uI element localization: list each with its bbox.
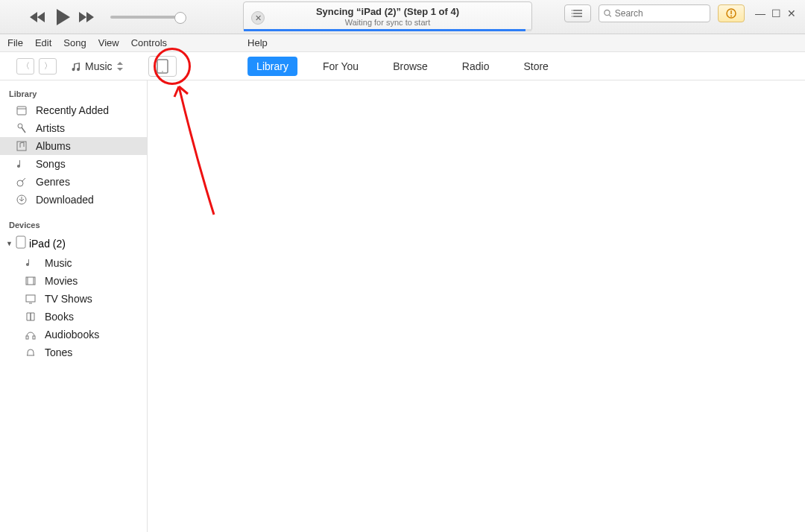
forward-button[interactable]: 〉: [39, 58, 57, 75]
play-button[interactable]: [55, 9, 70, 25]
sidebar-item-label: Artists: [36, 122, 65, 134]
disclosure-triangle-icon[interactable]: ▼: [6, 240, 13, 247]
sidebar-item-label: Movies: [45, 275, 78, 287]
album-icon: [15, 140, 28, 152]
nav-tabs: Library For You Browse Radio Store: [247, 57, 558, 76]
menu-song[interactable]: Song: [63, 37, 86, 48]
search-icon: [604, 9, 612, 18]
nav-row: 〈 〉 Music Library For You Browse Radio S…: [0, 52, 805, 80]
sidebar-item-label: Music: [45, 257, 72, 269]
sidebar-device-ipad[interactable]: ▼ iPad (2): [0, 232, 147, 254]
chevron-updown-icon: [117, 62, 123, 71]
tv-icon: [24, 294, 37, 304]
music-icon: [70, 61, 80, 72]
sync-progress: [244, 29, 531, 31]
menu-controls[interactable]: Controls: [131, 37, 167, 48]
headphones-icon: [24, 329, 37, 340]
sidebar-device-music[interactable]: Music: [0, 254, 147, 272]
note-icon: [24, 258, 37, 268]
status-display: ✕ Syncing “iPad (2)” (Step 1 of 4) Waiti…: [243, 1, 532, 31]
tab-store[interactable]: Store: [514, 57, 557, 76]
sidebar-item-artists[interactable]: Artists: [0, 119, 147, 137]
window-controls: — ☐ ✕: [755, 7, 796, 19]
svg-line-13: [22, 127, 25, 133]
minimize-button[interactable]: —: [755, 7, 765, 19]
note-icon: [15, 158, 28, 170]
sidebar-item-genres[interactable]: Genres: [0, 173, 147, 191]
svg-point-1: [572, 13, 572, 14]
sidebar-item-downloaded[interactable]: Downloaded: [0, 191, 147, 209]
menu-file[interactable]: File: [7, 37, 23, 48]
svg-point-2: [572, 16, 572, 17]
volume-slider[interactable]: [110, 16, 185, 19]
previous-button[interactable]: [30, 12, 46, 22]
sync-subtitle: Waiting for sync to start: [345, 18, 431, 27]
sidebar-item-label: TV Shows: [45, 293, 92, 305]
svg-point-0: [572, 10, 572, 11]
sidebar-item-albums[interactable]: Albums: [0, 137, 147, 155]
sidebar-item-label: Songs: [36, 158, 66, 170]
download-icon: [15, 194, 28, 206]
sidebar-item-label: Tones: [45, 346, 72, 358]
playback-controls: [30, 9, 185, 25]
sidebar-device-movies[interactable]: Movies: [0, 272, 147, 290]
sidebar-item-label: Audiobooks: [45, 329, 99, 341]
guitar-icon: [15, 176, 28, 188]
maximize-button[interactable]: ☐: [771, 7, 781, 19]
svg-point-9: [162, 71, 163, 72]
mic-icon: [15, 122, 28, 134]
bell-icon: [24, 347, 37, 358]
sidebar-header-devices: Devices: [0, 216, 147, 232]
device-button[interactable]: [148, 56, 177, 77]
sidebar: Library Recently Added Artists Albums So…: [0, 80, 148, 532]
svg-line-16: [22, 178, 25, 182]
tab-for-you[interactable]: For You: [314, 57, 367, 76]
alert-icon: [726, 8, 736, 19]
sidebar-item-songs[interactable]: Songs: [0, 155, 147, 173]
ipad-icon: [16, 235, 26, 251]
sidebar-device-label: iPad (2): [29, 238, 66, 250]
alert-button[interactable]: [718, 4, 745, 22]
svg-rect-10: [17, 107, 26, 115]
sidebar-device-audiobooks[interactable]: Audiobooks: [0, 326, 147, 343]
next-button[interactable]: [79, 12, 95, 22]
sidebar-device-tones[interactable]: Tones: [0, 343, 147, 361]
sidebar-item-label: Genres: [36, 176, 70, 188]
close-button[interactable]: ✕: [787, 7, 796, 19]
sidebar-device-tv-shows[interactable]: TV Shows: [0, 290, 147, 308]
menu-bar: File Edit Song View Controls Help: [0, 34, 805, 52]
sidebar-item-label: Albums: [36, 140, 71, 152]
list-view-button[interactable]: [564, 4, 591, 22]
sidebar-item-label: Books: [45, 311, 74, 323]
svg-line-4: [609, 15, 611, 17]
tab-browse[interactable]: Browse: [384, 57, 437, 76]
tab-library[interactable]: Library: [247, 57, 297, 76]
sidebar-item-recently-added[interactable]: Recently Added: [0, 101, 147, 119]
back-button[interactable]: 〈: [16, 58, 34, 75]
menu-view[interactable]: View: [98, 37, 119, 48]
sidebar-item-label: Recently Added: [36, 104, 109, 116]
media-selector-label: Music: [85, 60, 113, 72]
sync-title: Syncing “iPad (2)” (Step 1 of 4): [316, 6, 459, 17]
menu-help[interactable]: Help: [247, 37, 268, 48]
sidebar-header-library: Library: [0, 85, 147, 101]
ipad-icon: [157, 59, 168, 74]
media-selector[interactable]: Music: [70, 60, 123, 72]
book-icon: [24, 311, 37, 322]
search-field[interactable]: [615, 8, 705, 19]
menu-edit[interactable]: Edit: [35, 37, 51, 48]
svg-point-7: [730, 16, 732, 17]
tab-radio[interactable]: Radio: [453, 57, 499, 76]
sidebar-item-label: Downloaded: [36, 194, 94, 206]
svg-rect-25: [33, 336, 35, 339]
svg-rect-18: [16, 236, 25, 248]
film-icon: [24, 276, 37, 286]
player-bar: ✕ Syncing “iPad (2)” (Step 1 of 4) Waiti…: [0, 0, 805, 34]
svg-rect-24: [26, 336, 28, 339]
content-area: [148, 80, 805, 532]
sidebar-device-books[interactable]: Books: [0, 308, 147, 326]
search-input[interactable]: [599, 4, 710, 22]
cancel-sync-button[interactable]: ✕: [251, 11, 265, 25]
svg-rect-22: [26, 295, 35, 302]
clock-icon: [15, 104, 28, 116]
